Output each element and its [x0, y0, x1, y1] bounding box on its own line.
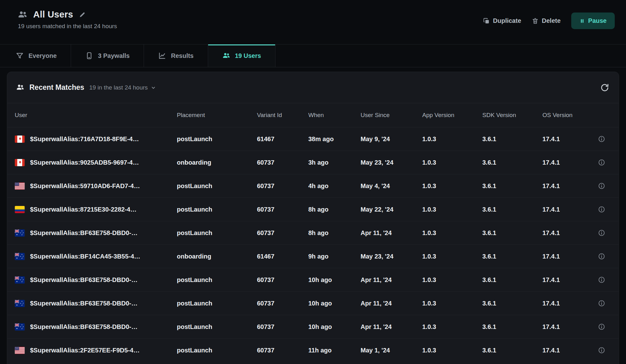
variant-id-cell: 60737 — [257, 323, 308, 331]
pause-label: Pause — [588, 17, 607, 24]
table-row[interactable]: $SuperwallAlias:BF63E758-DBD0-… postLaun… — [7, 221, 619, 244]
australia-flag-icon — [15, 276, 25, 284]
sdk-version-cell: 3.6.1 — [482, 323, 542, 331]
duplicate-button[interactable]: Duplicate — [483, 17, 521, 24]
user-cell: $SuperwallAlias:59710AD6-FAD7-4… — [15, 182, 177, 190]
variant-id-cell: 60737 — [257, 206, 308, 213]
user-alias: $SuperwallAlias:2F2E57EE-F9D5-4… — [30, 347, 140, 354]
user-alias: $SuperwallAlias:BF63E758-DBD0-… — [30, 276, 137, 284]
info-icon[interactable] — [598, 323, 605, 331]
australia-flag-icon — [15, 323, 25, 331]
sdk-version-cell: 3.6.1 — [482, 253, 542, 260]
info-icon[interactable] — [598, 206, 605, 213]
when-cell: 38m ago — [308, 136, 361, 143]
user-cell: $SuperwallAlias:BF63E758-DBD0-… — [15, 229, 177, 237]
table-header: User Placement Variant Id When User Sinc… — [7, 103, 619, 127]
app-version-cell: 1.0.3 — [422, 229, 482, 237]
everyone-icon — [16, 52, 24, 60]
info-icon[interactable] — [598, 135, 605, 143]
usa-flag-icon — [15, 347, 25, 354]
panel-title: Recent Matches — [29, 83, 84, 92]
trash-icon — [532, 18, 539, 24]
table-row[interactable]: $SuperwallAlias:59710AD6-FAD7-4… postLau… — [7, 174, 619, 197]
tab-label: 19 Users — [235, 52, 261, 59]
user-since-cell: May 22, '24 — [361, 206, 422, 213]
column-header-user: User — [15, 112, 177, 119]
tab-everyone[interactable]: Everyone — [0, 44, 71, 67]
when-cell: 4h ago — [308, 182, 361, 190]
paywalls-icon — [85, 52, 93, 60]
app-version-cell: 1.0.3 — [422, 323, 482, 331]
tab-3-paywalls[interactable]: 3 Paywalls — [71, 44, 144, 67]
users-icon — [222, 52, 230, 60]
variant-id-cell: 60737 — [257, 347, 308, 354]
info-cell — [590, 346, 613, 354]
pause-button[interactable]: Pause — [571, 13, 615, 29]
placement-cell: onboarding — [177, 253, 257, 260]
info-icon[interactable] — [598, 253, 605, 260]
sdk-version-cell: 3.6.1 — [482, 206, 542, 213]
variant-id-cell: 60737 — [257, 229, 308, 237]
australia-flag-icon — [15, 253, 25, 260]
info-icon[interactable] — [598, 276, 605, 284]
placement-cell: postLaunch — [177, 136, 257, 143]
table-row[interactable]: $SuperwallAlias:BF63E758-DBD0-… postLaun… — [7, 268, 619, 291]
user-cell: $SuperwallAlias:BF63E758-DBD0-… — [15, 323, 177, 331]
page-title: All Users — [33, 9, 73, 20]
duplicate-icon — [483, 18, 490, 24]
when-cell: 11h ago — [308, 347, 361, 354]
delete-button[interactable]: Delete — [532, 17, 561, 24]
info-icon[interactable] — [598, 182, 605, 190]
edit-title-icon[interactable] — [79, 11, 86, 18]
info-icon[interactable] — [598, 229, 605, 237]
tab-results[interactable]: Results — [144, 44, 208, 67]
info-icon[interactable] — [598, 300, 605, 307]
canada-flag-icon — [15, 136, 25, 143]
sdk-version-cell: 3.6.1 — [482, 159, 542, 166]
australia-flag-icon — [15, 229, 25, 237]
tab-19-users[interactable]: 19 Users — [208, 44, 275, 67]
table-row[interactable]: $SuperwallAlias:87215E30-2282-4… postLau… — [7, 197, 619, 221]
os-version-cell: 17.4.1 — [542, 276, 590, 284]
app-version-cell: 1.0.3 — [422, 206, 482, 213]
placement-cell: postLaunch — [177, 323, 257, 331]
when-cell: 8h ago — [308, 229, 361, 237]
sdk-version-cell: 3.6.1 — [482, 347, 542, 354]
info-icon[interactable] — [598, 346, 605, 354]
info-cell — [590, 253, 613, 260]
when-cell: 3h ago — [308, 159, 361, 166]
variant-id-cell: 60737 — [257, 300, 308, 307]
info-icon[interactable] — [598, 159, 605, 166]
sdk-version-cell: 3.6.1 — [482, 276, 542, 284]
user-alias: $SuperwallAlias:BF63E758-DBD0-… — [30, 229, 137, 237]
table-row[interactable]: $SuperwallAlias:2F2E57EE-F9D5-4… postLau… — [7, 338, 619, 362]
sdk-version-cell: 3.6.1 — [482, 136, 542, 143]
table-row[interactable]: $SuperwallAlias:BF63E758-DBD0-… postLaun… — [7, 291, 619, 315]
when-cell: 10h ago — [308, 323, 361, 331]
os-version-cell: 17.4.1 — [542, 182, 590, 190]
header-actions: Duplicate Delete Pause — [483, 13, 615, 29]
info-cell — [590, 206, 613, 213]
app-version-cell: 1.0.3 — [422, 136, 482, 143]
table-row[interactable]: $SuperwallAlias:BF63E758-DBD0-… postLaun… — [7, 315, 619, 338]
user-alias: $SuperwallAlias:9025ADB5-9697-4… — [30, 159, 139, 166]
info-cell — [590, 159, 613, 166]
placement-cell: postLaunch — [177, 347, 257, 354]
table-row[interactable]: $SuperwallAlias:716A7D18-8F9E-4… postLau… — [7, 127, 619, 151]
os-version-cell: 17.4.1 — [542, 323, 590, 331]
canada-flag-icon — [15, 159, 25, 166]
column-header-os-version: OS Version — [542, 112, 590, 119]
os-version-cell: 17.4.1 — [542, 253, 590, 260]
user-alias: $SuperwallAlias:BF14CA45-3B55-4… — [30, 253, 140, 260]
when-cell: 9h ago — [308, 253, 361, 260]
column-header-when: When — [308, 112, 361, 119]
refresh-button[interactable] — [600, 83, 609, 92]
user-cell: $SuperwallAlias:87215E30-2282-4… — [15, 206, 177, 213]
app-version-cell: 1.0.3 — [422, 159, 482, 166]
page-header-left: All Users 19 users matched in the last 2… — [18, 9, 117, 30]
time-range-label: 19 in the last 24 hours — [89, 84, 148, 91]
table-row[interactable]: $SuperwallAlias:BF14CA45-3B55-4… onboard… — [7, 244, 619, 268]
time-range-dropdown[interactable]: 19 in the last 24 hours — [89, 84, 156, 91]
table-row[interactable]: $SuperwallAlias:9025ADB5-9697-4… onboard… — [7, 151, 619, 174]
info-cell — [590, 276, 613, 284]
